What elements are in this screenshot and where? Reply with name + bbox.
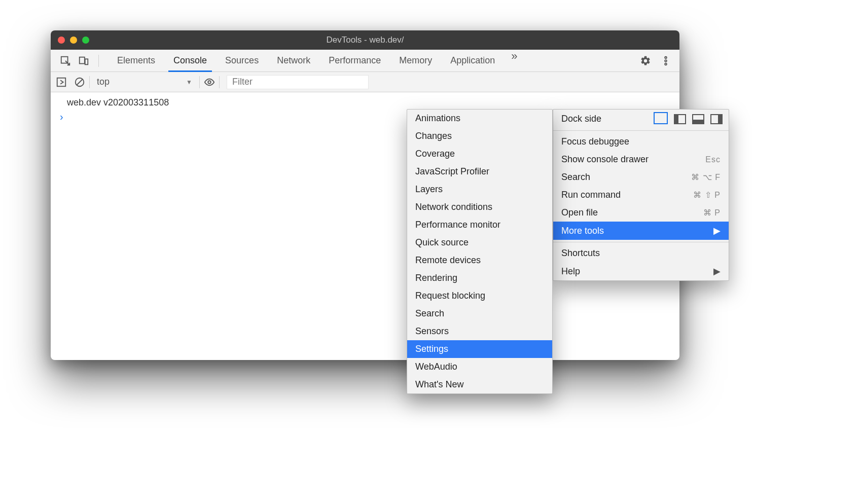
- tab-memory[interactable]: Memory: [390, 50, 441, 71]
- window-minimize-button[interactable]: [70, 37, 77, 44]
- window-close-button[interactable]: [58, 37, 65, 44]
- submenu-item-whats-new[interactable]: What's New: [407, 376, 552, 393]
- menu-item-label: Run command: [561, 190, 621, 200]
- menu-item-show-console-drawer[interactable]: Show console drawer Esc: [553, 151, 729, 168]
- menu-item-shortcuts[interactable]: Shortcuts: [553, 244, 729, 262]
- dock-bottom-icon[interactable]: [692, 114, 704, 124]
- window-zoom-button[interactable]: [82, 37, 89, 44]
- submenu-item-settings[interactable]: Settings: [407, 340, 552, 358]
- console-log-line: web.dev v202003311508: [57, 96, 673, 109]
- menu-item-label: Layers: [415, 184, 443, 195]
- context-label: top: [97, 77, 110, 87]
- menu-item-label: More tools: [561, 226, 604, 236]
- separator: [199, 76, 200, 88]
- dock-side-label: Dock side: [561, 114, 601, 124]
- menu-item-label: Rendering: [415, 273, 457, 283]
- submenu-item-javascript-profiler[interactable]: JavaScript Profiler: [407, 163, 552, 181]
- dock-undock-icon[interactable]: [656, 114, 668, 124]
- tab-network[interactable]: Network: [268, 50, 319, 71]
- devtools-window: DevTools - web.dev/ Elements Console Sou…: [51, 30, 679, 360]
- submenu-item-sensors[interactable]: Sensors: [407, 322, 552, 340]
- menu-item-label: Open file: [561, 207, 598, 218]
- svg-rect-2: [85, 59, 88, 64]
- svg-point-5: [665, 63, 667, 65]
- submenu-item-request-blocking[interactable]: Request blocking: [407, 287, 552, 305]
- tab-label: Console: [173, 55, 207, 66]
- submenu-item-performance-monitor[interactable]: Performance monitor: [407, 216, 552, 234]
- submenu-item-layers[interactable]: Layers: [407, 181, 552, 198]
- separator: [219, 76, 220, 88]
- menu-item-label: Changes: [415, 131, 452, 141]
- tab-application[interactable]: Application: [441, 50, 504, 71]
- more-tools-submenu: Animations Changes Coverage JavaScript P…: [407, 109, 553, 394]
- submenu-item-changes[interactable]: Changes: [407, 127, 552, 145]
- menu-item-label: WebAudio: [415, 362, 457, 372]
- menu-item-label: Focus debuggee: [561, 136, 629, 147]
- console-filter-input[interactable]: [227, 75, 369, 89]
- panel-tabs: Elements Console Sources Network Perform…: [108, 50, 525, 71]
- menu-item-run-command[interactable]: Run command ⌘ ⇧ P: [553, 186, 729, 204]
- settings-gear-icon[interactable]: [640, 55, 651, 66]
- execution-context-select[interactable]: top ▼: [94, 77, 195, 87]
- menu-item-shortcut: Esc: [705, 155, 721, 164]
- submenu-item-search[interactable]: Search: [407, 305, 552, 322]
- menu-item-focus-debuggee[interactable]: Focus debuggee: [553, 133, 729, 151]
- submenu-caret-icon: ▶: [713, 266, 721, 277]
- dock-right-icon[interactable]: [710, 114, 723, 124]
- main-menu-popup: Dock side Focus debuggee Show console dr…: [553, 109, 729, 281]
- separator: [98, 55, 99, 67]
- menu-item-label: Search: [561, 172, 590, 183]
- menu-item-open-file[interactable]: Open file ⌘ P: [553, 204, 729, 222]
- menu-item-label: Performance monitor: [415, 220, 500, 230]
- tab-label: Network: [277, 55, 310, 66]
- menu-separator: [553, 130, 729, 131]
- submenu-item-animations[interactable]: Animations: [407, 110, 552, 127]
- submenu-item-network-conditions[interactable]: Network conditions: [407, 198, 552, 216]
- tab-label: Application: [450, 55, 495, 66]
- menu-item-search[interactable]: Search ⌘ ⌥ F: [553, 168, 729, 186]
- tab-sources[interactable]: Sources: [216, 50, 268, 71]
- menu-item-label: Network conditions: [415, 202, 492, 212]
- separator: [89, 76, 90, 88]
- tab-label: Sources: [225, 55, 259, 66]
- submenu-item-quick-source[interactable]: Quick source: [407, 234, 552, 251]
- menu-separator: [553, 242, 729, 242]
- tab-label: Performance: [329, 55, 381, 66]
- dock-left-icon[interactable]: [674, 114, 686, 124]
- execute-icon[interactable]: [56, 77, 67, 88]
- menu-item-shortcut: ⌘ ⌥ F: [691, 172, 721, 182]
- menu-item-label: Coverage: [415, 149, 455, 159]
- menu-item-label: Settings: [415, 344, 448, 354]
- window-title: DevTools - web.dev/: [51, 35, 679, 45]
- devtools-tabstrip: Elements Console Sources Network Perform…: [51, 50, 679, 72]
- menu-item-label: What's New: [415, 379, 463, 390]
- dock-side-row: Dock side: [553, 110, 729, 128]
- submenu-item-webaudio[interactable]: WebAudio: [407, 358, 552, 376]
- tab-console[interactable]: Console: [164, 50, 216, 71]
- submenu-item-coverage[interactable]: Coverage: [407, 145, 552, 163]
- svg-point-9: [208, 81, 211, 84]
- menu-item-shortcut: ⌘ P: [703, 208, 721, 218]
- menu-item-help[interactable]: Help ▶: [553, 262, 729, 280]
- tab-elements[interactable]: Elements: [108, 50, 164, 71]
- titlebar: DevTools - web.dev/: [51, 30, 679, 50]
- tab-label: Elements: [117, 55, 155, 66]
- menu-item-label: Search: [415, 308, 444, 319]
- clear-console-icon[interactable]: [74, 77, 85, 88]
- menu-item-more-tools[interactable]: More tools ▶: [553, 222, 729, 240]
- submenu-item-rendering[interactable]: Rendering: [407, 269, 552, 287]
- tab-performance[interactable]: Performance: [319, 50, 390, 71]
- console-toolbar: top ▼: [51, 72, 679, 92]
- inspect-element-icon[interactable]: [60, 55, 71, 66]
- menu-item-label: Quick source: [415, 237, 469, 248]
- live-expression-eye-icon[interactable]: [204, 77, 215, 88]
- menu-item-label: Shortcuts: [561, 248, 600, 259]
- svg-rect-6: [57, 78, 66, 86]
- menu-item-label: JavaScript Profiler: [415, 166, 489, 177]
- menu-item-label: Request blocking: [415, 291, 485, 301]
- device-toolbar-icon[interactable]: [78, 55, 89, 66]
- kebab-menu-icon[interactable]: [660, 55, 671, 66]
- svg-point-4: [665, 60, 667, 62]
- submenu-item-remote-devices[interactable]: Remote devices: [407, 251, 552, 269]
- tabs-overflow-button[interactable]: »: [504, 50, 524, 71]
